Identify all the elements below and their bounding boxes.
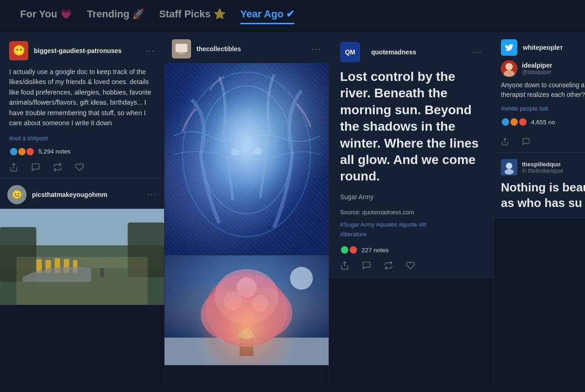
share-button-quote[interactable] [340, 261, 349, 270]
tweet-hashtags: #white people twit [501, 105, 585, 112]
reblog-button-1[interactable] [53, 163, 62, 172]
svg-rect-11 [101, 268, 104, 277]
tweet-comment-btn[interactable] [522, 138, 530, 146]
feed-col-1: 😶 biggest-gaudiest-patronuses ··· I actu… [0, 33, 165, 385]
park-scene-svg [0, 209, 164, 305]
blue-art-svg [165, 63, 329, 255]
post-card-col2-2 [165, 255, 329, 366]
tweet-notes-count: 4,655 no [531, 119, 555, 126]
quote-source: Sugar Army [340, 193, 482, 201]
notes-count-1: 5,294 notes [38, 148, 71, 155]
more-button-quote[interactable]: ··· [473, 48, 482, 57]
feed-col-2: thecollectibles ··· [165, 33, 329, 385]
spilled-username: thespilledquo [522, 161, 563, 168]
source-link: Source: quotemadness.com [340, 209, 482, 216]
avatar-quote: QM [340, 42, 360, 62]
svg-point-26 [201, 290, 256, 340]
more-button-col2-1[interactable]: ··· [312, 44, 321, 54]
spilled-avatar [501, 159, 517, 175]
action-row-quote [340, 261, 482, 270]
username-col2-1: thecollectibles [197, 45, 312, 53]
post-card-quote: QM quotemadness ··· Lost control by the … [329, 33, 493, 278]
svg-point-30 [252, 295, 269, 312]
action-row-1 [9, 163, 155, 172]
username-1: biggest-gaudiest-patronuses [34, 47, 145, 54]
svg-rect-16 [165, 63, 329, 255]
svg-rect-8 [55, 258, 60, 273]
reblog-name: thebrokenquot [528, 168, 563, 174]
svg-point-25 [206, 274, 288, 347]
avatar-1: 😶 [9, 41, 28, 60]
collectibles-avatar-svg [172, 39, 191, 58]
tweet-reaction-icons [501, 117, 527, 127]
reaction-icons-quote [340, 245, 358, 254]
svg-point-20 [231, 148, 240, 156]
svg-rect-4 [0, 227, 37, 282]
svg-point-31 [237, 277, 257, 297]
nav-bar: For You 💗 Trending 🚀 Staff Picks ⭐ Year … [0, 0, 585, 33]
username-2: picsthatmakeyougohmm [32, 191, 147, 198]
reaction-icons-1 [9, 147, 35, 156]
spilled-quotes-card: thespilledquo ↻ thebrokenquot Nothing is… [494, 153, 585, 218]
tree-art-image [165, 255, 329, 365]
tweet-notes-row: 4,655 no [501, 117, 585, 131]
reaction-dot-red-quote [349, 245, 358, 254]
notes-count-quote: 227 notes [362, 247, 388, 254]
tab-staff-picks[interactable]: Staff Picks ⭐ [159, 8, 226, 24]
more-button-2[interactable]: ··· [147, 190, 157, 199]
card-header-quote: QM quotemadness ··· [340, 42, 482, 62]
username-quote: quotemadness [371, 48, 473, 56]
comment-button-quote[interactable] [362, 261, 371, 270]
svg-rect-10 [73, 260, 78, 273]
svg-point-38 [506, 163, 512, 169]
reaction-dot-green [340, 245, 349, 254]
svg-point-21 [254, 148, 263, 155]
reaction-dot-orange [17, 147, 27, 156]
svg-rect-24 [240, 328, 254, 356]
tab-for-you[interactable]: For You 💗 [20, 8, 72, 24]
share-button-1[interactable] [9, 163, 18, 172]
svg-rect-2 [0, 268, 164, 305]
tweet-handle: @idealpiper [522, 69, 552, 75]
post-card-1: 😶 biggest-gaudiest-patronuses ··· I actu… [0, 33, 164, 179]
tweet-share-btn[interactable] [501, 138, 509, 146]
tweet-dot-red [518, 117, 527, 127]
post-card-2: 😐 picsthatmakeyougohmm ··· [0, 179, 164, 305]
spilled-avatar-svg [501, 159, 517, 175]
twitter-card: whitepeoplет ··· idealpiper @idealpiper [494, 33, 585, 153]
card-header-1: 😶 biggest-gaudiest-patronuses ··· [9, 41, 155, 60]
svg-point-17 [183, 72, 311, 237]
spilled-meta: thespilledquo ↻ thebrokenquot [522, 161, 563, 174]
svg-rect-9 [64, 259, 69, 273]
heart-button-1[interactable] [75, 163, 84, 172]
feed-col-3: QM quotemadness ··· Lost control by the … [329, 33, 494, 385]
tweet-dot-blue [501, 117, 510, 127]
more-button-1[interactable]: ··· [145, 46, 155, 56]
svg-rect-19 [165, 63, 329, 255]
spilled-big-text: Nothing is beautiful as who has su [501, 180, 585, 211]
svg-point-28 [215, 269, 279, 324]
tweet-author-row: idealpiper @idealpiper [501, 60, 585, 77]
svg-point-35 [505, 63, 513, 70]
reblog-info: ↻ thebrokenquot [522, 168, 563, 174]
comment-button-1[interactable] [31, 163, 40, 172]
svg-point-18 [201, 86, 292, 214]
reblog-button-quote[interactable] [384, 261, 393, 270]
svg-point-32 [240, 332, 254, 339]
svg-rect-7 [46, 260, 51, 273]
tab-trending[interactable]: Trending 🚀 [87, 8, 144, 24]
tweet-content: idealpiper @idealpiper Anyone down to co… [494, 60, 585, 152]
heart-button-quote[interactable] [406, 261, 415, 270]
tweet-text: Anyone down to counseling and s therapis… [501, 80, 585, 100]
tab-year-ago[interactable]: Year Ago ✔ [240, 8, 295, 24]
card-header-2: 😐 picsthatmakeyougohmm ··· [0, 179, 164, 204]
post-tags-1: #not a shitpost [9, 135, 155, 142]
twitter-icon [501, 39, 517, 56]
svg-rect-6 [37, 259, 42, 273]
quote-text: Lost control by the river. Beneath the m… [340, 69, 482, 185]
tweet-author-info: idealpiper @idealpiper [522, 62, 552, 75]
svg-rect-23 [165, 338, 329, 365]
svg-point-39 [505, 169, 514, 175]
avatar-2: 😐 [7, 185, 27, 204]
feed-grid: 😶 biggest-gaudiest-patronuses ··· I actu… [0, 33, 585, 385]
